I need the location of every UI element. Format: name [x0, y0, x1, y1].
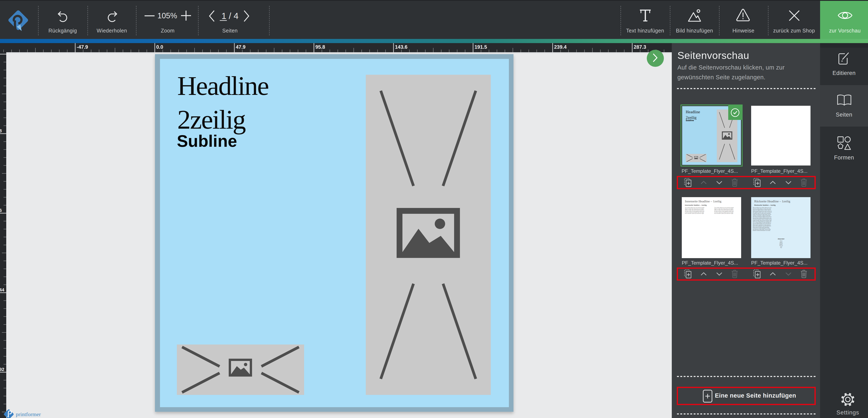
svg-text:48: 48 [0, 128, 2, 133]
svg-text:0.0: 0.0 [156, 44, 163, 50]
svg-text:printformer: printformer [16, 411, 41, 417]
svg-text:143.6: 143.6 [395, 44, 407, 50]
svg-text:96: 96 [0, 208, 2, 213]
svg-text:192: 192 [0, 367, 4, 372]
svg-text:287.3: 287.3 [634, 44, 646, 50]
svg-text:47.9: 47.9 [236, 44, 246, 50]
svg-text:95.8: 95.8 [315, 44, 325, 50]
svg-text:239.4: 239.4 [554, 44, 567, 50]
svg-text:-47.9: -47.9 [76, 44, 88, 50]
svg-text:144: 144 [0, 287, 4, 292]
svg-text:191.5: 191.5 [474, 44, 487, 50]
